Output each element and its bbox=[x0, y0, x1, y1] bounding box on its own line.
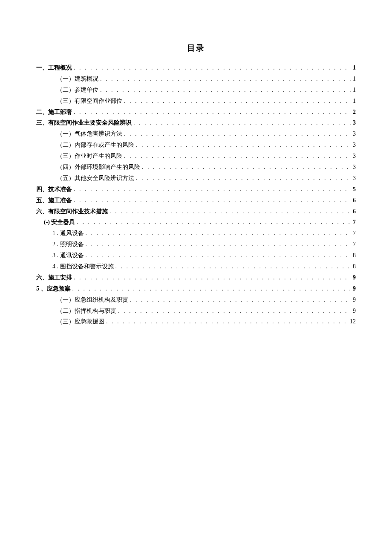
toc-entry-label: （二）内部存在或产生的风险 bbox=[57, 139, 134, 151]
toc-entry-leader: . . . . . . . . . . . . . . . . . . . . … bbox=[74, 107, 351, 118]
toc-entry-label: 5 、应急预案 bbox=[36, 283, 71, 294]
toc-entry: （二）指挥机构与职责. . . . . . . . . . . . . . . … bbox=[36, 305, 356, 317]
toc-entry: （五）其他安全风险辨识方法. . . . . . . . . . . . . .… bbox=[36, 173, 356, 184]
toc-entry-page: 1 bbox=[353, 96, 356, 107]
toc-entry-label: （三）有限空间作业部位 bbox=[57, 96, 122, 107]
toc-entry-label: （二）参建单位 bbox=[57, 84, 98, 96]
toc-entry-label: 三、有限空间作业主要安全风险辨识 bbox=[36, 117, 132, 128]
toc-entry-label: 五、施工准备 bbox=[36, 195, 72, 206]
toc-entry-leader: . . . . . . . . . . . . . . . . . . . . … bbox=[86, 250, 352, 261]
toc-entry-label: （四）外部环境影响产生的风险 bbox=[57, 162, 140, 173]
toc-entry: 六、有限空间作业技术措施. . . . . . . . . . . . . . … bbox=[36, 206, 356, 217]
toc-entry-page: 9 bbox=[353, 283, 356, 294]
toc-entry-leader: . . . . . . . . . . . . . . . . . . . . … bbox=[142, 162, 351, 173]
toc-entry: （四）外部环境影响产生的风险. . . . . . . . . . . . . … bbox=[36, 162, 356, 173]
toc-entry-page: 3 bbox=[353, 128, 356, 139]
toc-entry-leader: . . . . . . . . . . . . . . . . . . . . … bbox=[74, 272, 351, 283]
toc-entry-leader: . . . . . . . . . . . . . . . . . . . . … bbox=[72, 283, 352, 294]
toc-entry-page: 3 bbox=[353, 151, 356, 162]
toc-entry-leader: . . . . . . . . . . . . . . . . . . . . … bbox=[74, 195, 351, 206]
toc-entry-label: （一）气体危害辨识方法 bbox=[57, 128, 122, 139]
toc-entry-page: 9 bbox=[353, 294, 356, 305]
toc-entry-leader: . . . . . . . . . . . . . . . . . . . . … bbox=[136, 139, 351, 151]
toc-entry-page: 7 bbox=[353, 239, 356, 250]
toc-entry-label: 六、施工安排 bbox=[36, 272, 72, 283]
toc-entry-label: （三）作业时产生的风险 bbox=[57, 151, 122, 162]
toc-entry-page: 5 bbox=[353, 184, 356, 195]
toc-entry-label: （二）指挥机构与职责 bbox=[57, 305, 116, 317]
toc-entry-page: 9 bbox=[353, 305, 356, 317]
toc-entry-leader: . . . . . . . . . . . . . . . . . . . . … bbox=[106, 316, 348, 327]
toc-entry-leader: . . . . . . . . . . . . . . . . . . . . … bbox=[86, 228, 352, 239]
toc-entry-page: 6 bbox=[353, 195, 356, 206]
toc-entry-leader: . . . . . . . . . . . . . . . . . . . . … bbox=[136, 173, 351, 184]
toc-entry: 六、施工安排. . . . . . . . . . . . . . . . . … bbox=[36, 272, 356, 283]
toc-entry-label: （一）建筑概况 bbox=[57, 73, 98, 84]
toc-entry-page: 3 bbox=[353, 139, 356, 151]
toc-entry-label: （三）应急救援图 bbox=[57, 316, 104, 327]
toc-entry: 2 . 照明设备. . . . . . . . . . . . . . . . … bbox=[36, 239, 356, 250]
toc-entry-page: 1 bbox=[353, 73, 356, 84]
toc-entry: 二、施工部署. . . . . . . . . . . . . . . . . … bbox=[36, 107, 356, 118]
toc-entry: 三、有限空间作业主要安全风险辨识. . . . . . . . . . . . … bbox=[36, 117, 356, 128]
toc-entry-leader: . . . . . . . . . . . . . . . . . . . . … bbox=[86, 239, 352, 250]
toc-entry: 四、技术准备. . . . . . . . . . . . . . . . . … bbox=[36, 184, 356, 195]
toc-entry-leader: . . . . . . . . . . . . . . . . . . . . … bbox=[100, 84, 351, 96]
toc-entry: （一）建筑概况. . . . . . . . . . . . . . . . .… bbox=[36, 73, 356, 84]
toc-entry: 五、施工准备. . . . . . . . . . . . . . . . . … bbox=[36, 195, 356, 206]
toc-entry-label: 1 . 通风设备 bbox=[52, 228, 84, 239]
toc-entry: （三）作业时产生的风险. . . . . . . . . . . . . . .… bbox=[36, 151, 356, 162]
toc-entry-page: 1 bbox=[353, 62, 356, 73]
toc-entry-label: 二、施工部署 bbox=[36, 107, 72, 118]
toc-entry: （三）有限空间作业部位. . . . . . . . . . . . . . .… bbox=[36, 96, 356, 107]
toc-entry-label: 四、技术准备 bbox=[36, 184, 72, 195]
toc-entry-page: 7 bbox=[353, 228, 356, 239]
toc-title: 目录 bbox=[36, 43, 356, 54]
toc-entry-label: （五）其他安全风险辨识方法 bbox=[57, 173, 134, 184]
toc-entry-page: 8 bbox=[353, 261, 356, 272]
toc-entry: （三）应急救援图. . . . . . . . . . . . . . . . … bbox=[36, 316, 356, 327]
toc-entry-page: 3 bbox=[353, 173, 356, 184]
toc-entry: （二）参建单位. . . . . . . . . . . . . . . . .… bbox=[36, 84, 356, 96]
toc-entry-leader: . . . . . . . . . . . . . . . . . . . . … bbox=[118, 305, 351, 317]
toc-entry-leader: . . . . . . . . . . . . . . . . . . . . … bbox=[133, 117, 351, 128]
toc-entry-leader: . . . . . . . . . . . . . . . . . . . . … bbox=[100, 73, 351, 84]
table-of-contents: 一、工程概况. . . . . . . . . . . . . . . . . … bbox=[36, 62, 356, 327]
toc-entry-page: 6 bbox=[353, 206, 356, 217]
toc-entry-page: 2 bbox=[353, 107, 356, 118]
toc-entry-leader: . . . . . . . . . . . . . . . . . . . . … bbox=[130, 294, 351, 305]
toc-entry: (-) 安全器具. . . . . . . . . . . . . . . . … bbox=[36, 217, 356, 228]
toc-entry: （一）气体危害辨识方法. . . . . . . . . . . . . . .… bbox=[36, 128, 356, 139]
toc-entry-page: 8 bbox=[353, 250, 356, 261]
toc-entry-leader: . . . . . . . . . . . . . . . . . . . . … bbox=[74, 184, 351, 195]
toc-entry-page: 1 bbox=[353, 84, 356, 96]
toc-entry: 4 . 围挡设备和警示设施. . . . . . . . . . . . . .… bbox=[36, 261, 356, 272]
toc-entry: 5 、应急预案. . . . . . . . . . . . . . . . .… bbox=[36, 283, 356, 294]
toc-entry-leader: . . . . . . . . . . . . . . . . . . . . … bbox=[74, 62, 351, 73]
toc-entry-page: 9 bbox=[353, 272, 356, 283]
toc-entry-page: 12 bbox=[350, 316, 356, 327]
toc-entry-leader: . . . . . . . . . . . . . . . . . . . . … bbox=[124, 96, 351, 107]
toc-entry-leader: . . . . . . . . . . . . . . . . . . . . … bbox=[110, 206, 351, 217]
toc-entry-label: (-) 安全器具 bbox=[44, 217, 75, 228]
toc-entry-label: 2 . 照明设备 bbox=[52, 239, 84, 250]
toc-entry-label: 六、有限空间作业技术措施 bbox=[36, 206, 108, 217]
toc-entry: （一）应急组织机构及职责. . . . . . . . . . . . . . … bbox=[36, 294, 356, 305]
toc-entry-leader: . . . . . . . . . . . . . . . . . . . . … bbox=[77, 217, 352, 228]
toc-entry-label: 一、工程概况 bbox=[36, 62, 72, 73]
toc-entry-label: 4 . 围挡设备和警示设施 bbox=[52, 261, 114, 272]
toc-entry-leader: . . . . . . . . . . . . . . . . . . . . … bbox=[115, 261, 352, 272]
toc-entry-page: 3 bbox=[353, 162, 356, 173]
toc-entry-label: 3 . 通讯设备 bbox=[52, 250, 84, 261]
toc-entry-label: （一）应急组织机构及职责 bbox=[57, 294, 128, 305]
toc-entry: 3 . 通讯设备. . . . . . . . . . . . . . . . … bbox=[36, 250, 356, 261]
toc-entry-leader: . . . . . . . . . . . . . . . . . . . . … bbox=[124, 128, 351, 139]
toc-entry-leader: . . . . . . . . . . . . . . . . . . . . … bbox=[124, 151, 351, 162]
toc-entry: （二）内部存在或产生的风险. . . . . . . . . . . . . .… bbox=[36, 139, 356, 151]
toc-entry-page: 7 bbox=[353, 217, 356, 228]
toc-entry: 1 . 通风设备. . . . . . . . . . . . . . . . … bbox=[36, 228, 356, 239]
toc-entry: 一、工程概况. . . . . . . . . . . . . . . . . … bbox=[36, 62, 356, 73]
toc-entry-page: 3 bbox=[353, 117, 356, 128]
